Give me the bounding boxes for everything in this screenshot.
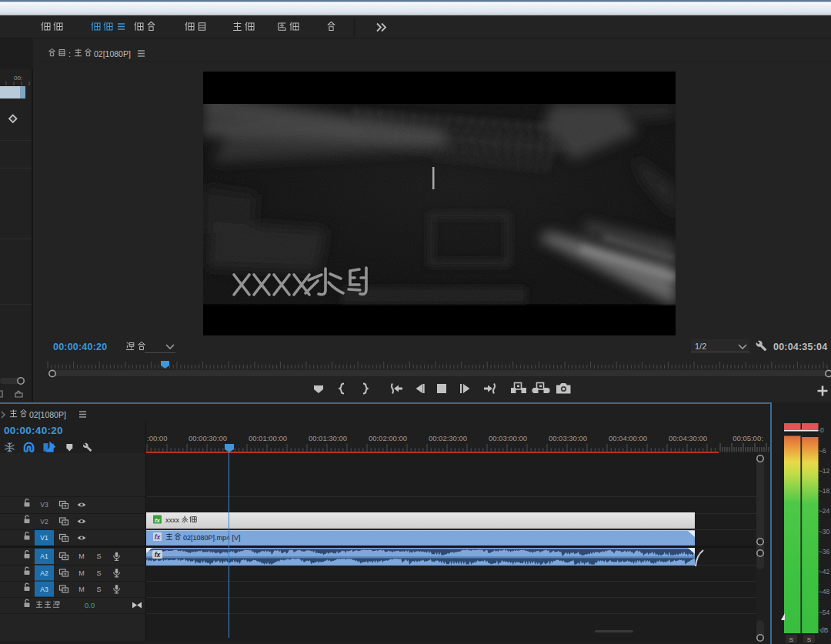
svg-text:-42: -42: [820, 568, 830, 576]
svg-text:A2: A2: [40, 569, 48, 577]
svg-text:V2: V2: [40, 518, 48, 526]
svg-text::00:00: :00:00: [147, 434, 167, 442]
svg-text:S: S: [96, 552, 101, 560]
svg-text:00:01:00:00: 00:01:00:00: [249, 434, 287, 442]
svg-text:00:: 00:: [14, 75, 22, 82]
svg-text:S: S: [96, 586, 101, 593]
svg-text:V1: V1: [40, 534, 48, 542]
svg-text:A3: A3: [40, 586, 48, 593]
svg-text:-18: -18: [820, 487, 830, 495]
svg-text:M: M: [78, 569, 85, 577]
svg-text:fx: fx: [155, 533, 162, 541]
svg-text:00:05:00:: 00:05:00:: [733, 434, 763, 442]
svg-text:02[1080P]: 02[1080P]: [29, 410, 66, 419]
svg-text:M: M: [78, 586, 85, 593]
svg-text:00:03:30:00: 00:03:30:00: [549, 434, 587, 442]
svg-text:02[1080P].mp4 [V]: 02[1080P].mp4 [V]: [183, 534, 241, 542]
svg-text:V3: V3: [40, 501, 48, 509]
svg-text:00:02:30:00: 00:02:30:00: [429, 434, 467, 442]
svg-text:A1: A1: [40, 552, 48, 560]
svg-text:-54: -54: [820, 609, 830, 616]
svg-text:-36: -36: [820, 548, 830, 556]
svg-text:dB: dB: [820, 626, 829, 634]
svg-text:-6: -6: [820, 447, 826, 455]
svg-text:00:04:00:00: 00:04:00:00: [609, 434, 647, 442]
svg-text:00:00:30:00: 00:00:30:00: [189, 434, 227, 442]
svg-text:S: S: [807, 636, 811, 643]
svg-text:M: M: [78, 552, 85, 560]
svg-text:00:03:00:00: 00:03:00:00: [489, 434, 527, 442]
svg-text::: :: [68, 49, 71, 58]
svg-text:00:02:00:00: 00:02:00:00: [369, 434, 407, 442]
svg-text:00:04:30:00: 00:04:30:00: [669, 434, 707, 442]
svg-text:S: S: [96, 569, 101, 577]
svg-text:00:01:30:00: 00:01:30:00: [309, 434, 347, 442]
svg-text:02[1080P]: 02[1080P]: [94, 49, 131, 58]
svg-text:fx: fx: [155, 551, 162, 559]
svg-text:fx: fx: [155, 517, 161, 524]
svg-text:-48: -48: [820, 588, 830, 596]
svg-text:0.0: 0.0: [85, 601, 95, 609]
svg-text:-24: -24: [820, 507, 830, 515]
svg-text:-30: -30: [820, 528, 830, 536]
svg-text:S: S: [789, 636, 793, 643]
svg-text:xxxx: xxxx: [165, 516, 180, 524]
svg-text:-12: -12: [820, 467, 830, 475]
